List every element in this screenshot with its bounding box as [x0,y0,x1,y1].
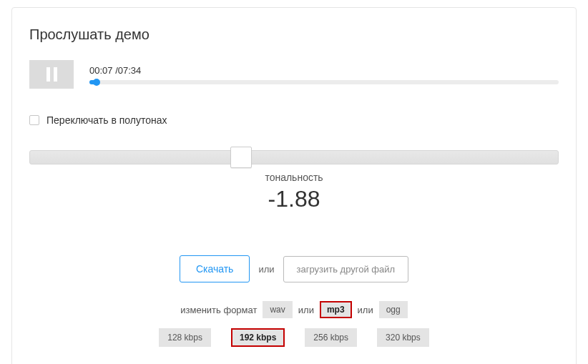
tone-slider[interactable] [29,150,559,164]
or-text-1: или [258,264,274,275]
bitrate-row: 128 kbps 192 kbps 256 kbps 320 kbps [29,328,559,351]
bitrate-option-192[interactable]: 192 kbps [231,328,285,347]
semitones-checkbox[interactable] [29,115,39,125]
format-row: изменить формат wav или mp3 или ogg [29,301,559,318]
bitrate-option-128[interactable]: 128 kbps [159,328,211,347]
pause-icon [46,67,57,82]
panel-title: Прослушать демо [29,26,559,43]
tone-slider-thumb[interactable] [230,147,252,168]
semitones-label: Переключать в полутонах [46,114,167,126]
player-main: 00:07 /07:34 [89,65,559,84]
bitrate-option-320[interactable]: 320 kbps [377,328,429,347]
bitrate-option-256[interactable]: 256 kbps [305,328,357,347]
format-option-mp3[interactable]: mp3 [320,301,352,318]
progress-track[interactable] [89,80,559,84]
download-button[interactable]: Скачать [180,255,250,282]
player-row: 00:07 /07:34 [29,60,559,89]
tone-value: -1.88 [29,186,559,212]
format-option-ogg[interactable]: ogg [379,301,408,318]
demo-panel: Прослушать демо 00:07 /07:34 Переключать… [11,7,577,364]
semitone-row: Переключать в полутонах [29,114,559,126]
pause-button[interactable] [29,60,74,89]
actions-row: Скачать или загрузить другой файл [29,255,559,282]
or-text-3: или [358,305,373,315]
tone-slider-wrap [29,150,559,164]
upload-button[interactable]: загрузить другой файл [283,256,409,282]
progress-thumb[interactable] [93,79,100,86]
format-option-wav[interactable]: wav [263,301,292,318]
format-change-label: изменить формат [180,305,257,315]
tone-label: тональность [29,172,559,183]
time-display: 00:07 /07:34 [89,65,559,76]
or-text-2: или [298,305,314,315]
